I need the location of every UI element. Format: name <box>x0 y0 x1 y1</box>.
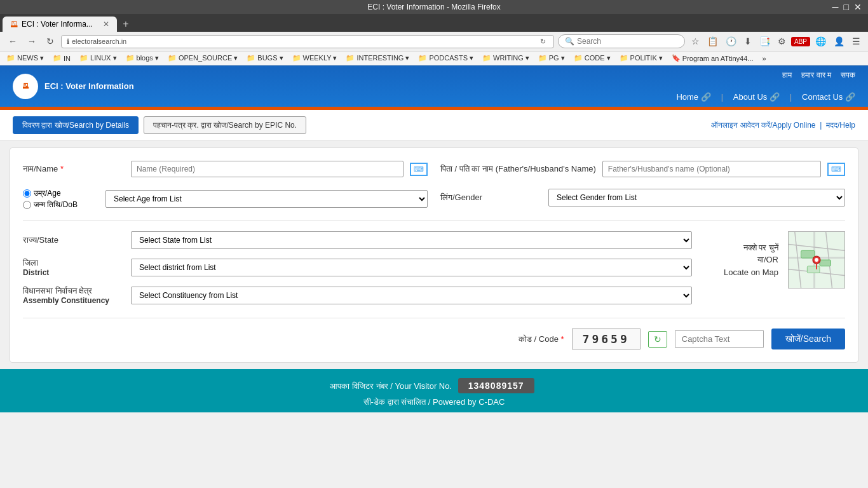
bm-blogs[interactable]: 📁 blogs ▾ <box>122 53 163 64</box>
forward-btn[interactable]: → <box>24 35 39 48</box>
site-logo: 🗳 ECI : Voter Information <box>13 74 134 99</box>
history-btn[interactable]: 🕐 <box>723 35 739 48</box>
download-btn[interactable]: ⬇ <box>742 35 754 48</box>
main-form-area: नाम/Name * ⌨ पिता / पति का नाम (Father's… <box>10 147 858 363</box>
father-input[interactable] <box>602 161 821 177</box>
visitor-row: आपका विजिटर नंबर / Your Visitor No. 1348… <box>0 378 868 393</box>
bm-podcasts[interactable]: 📁 PODCASTS ▾ <box>414 53 477 64</box>
nav-icon-group: ☆ 📋 🕐 ⬇ 📑 ⚙ ABP 🌐 👤 ☰ <box>689 35 863 48</box>
bm-attiny[interactable]: 🔖 Program an ATtiny44... <box>668 53 757 64</box>
search-tabs-left: विवरण द्वारा खोज/Search by Details पहचान… <box>13 116 306 134</box>
age-select[interactable]: Select Age from List <box>105 190 428 208</box>
age-dob-radio-group: उम्र/Age जन्म तिथि/DoB <box>23 189 99 209</box>
nav-bar: ← → ↻ ℹ electoralsearch.in ↻ 🔍 ☆ 📋 🕐 ⬇ 📑… <box>0 32 868 51</box>
father-keyboard-icon[interactable]: ⌨ <box>827 163 845 176</box>
browser-search-input[interactable] <box>577 37 678 46</box>
bm-interesting[interactable]: 📁 INTERESTING ▾ <box>342 53 413 64</box>
adblock-btn[interactable]: ABP <box>791 37 810 46</box>
tab-search-by-epic[interactable]: पहचान-पत्र क्र. द्वारा खोज/Search by EPI… <box>144 116 306 134</box>
search-submit-btn[interactable]: खोजें/Search <box>771 329 845 349</box>
active-tab[interactable]: 🗳 ECI : Voter Informa... ✕ <box>3 17 117 32</box>
bm-code[interactable]: 📁 CODE ▾ <box>570 53 614 64</box>
bm-linux[interactable]: 📁 LINUX ▾ <box>76 53 120 64</box>
gender-label: लिंग/Gender <box>440 193 542 203</box>
site-header: 🗳 ECI : Voter Information हाम हमार वार म… <box>0 65 868 107</box>
window-controls[interactable]: ─ □ ✕ <box>832 2 862 12</box>
sync-btn[interactable]: 📑 <box>757 35 773 48</box>
globe-btn[interactable]: 🌐 <box>813 35 829 48</box>
age-radio[interactable] <box>23 189 31 198</box>
eng-links: Home 🔗 | About Us 🔗 | Contact Us 🔗 <box>676 92 855 102</box>
back-btn[interactable]: ← <box>5 35 20 48</box>
constituency-label: विधानसभा निर्वाचन क्षेत्र Assembly Const… <box>23 286 125 305</box>
captcha-code-display: 79659 <box>572 329 641 349</box>
powered-by-row: सी-डेक द्वारा संचालित / Powered by C-DAC <box>0 397 868 407</box>
gender-select[interactable]: Select Gender from List <box>548 189 845 207</box>
captcha-refresh-btn[interactable]: ↻ <box>648 331 667 348</box>
settings-btn[interactable]: ⚙ <box>775 35 789 48</box>
district-label: जिला District <box>23 258 125 277</box>
bm-weekly[interactable]: 📁 WEEKLY ▾ <box>288 53 341 64</box>
svg-point-11 <box>815 258 818 262</box>
site-footer: आपका विजिटर नंबर / Your Visitor No. 1348… <box>0 369 868 412</box>
browser-search-bar[interactable]: 🔍 <box>558 34 685 48</box>
bm-news[interactable]: 📁 NEWS ▾ <box>3 53 48 64</box>
new-tab-btn[interactable]: + <box>118 17 133 32</box>
url-bar[interactable]: ℹ electoralsearch.in ↻ <box>61 35 554 48</box>
visitor-number: 1348089157 <box>458 378 534 393</box>
menu-btn[interactable]: ☰ <box>850 35 863 48</box>
search-tabs: विवरण द्वारा खोज/Search by Details पहचान… <box>0 110 868 141</box>
reload-btn[interactable]: ↻ <box>43 35 57 48</box>
hindi-links: हाम हमार वार म सपक <box>782 71 855 79</box>
bm-bugs[interactable]: 📁 BUGS ▾ <box>243 53 287 64</box>
about-link[interactable]: About Us 🔗 <box>733 92 780 102</box>
hindi-about-link[interactable]: हमार वार म <box>801 71 831 79</box>
map-thumbnail[interactable] <box>788 231 845 288</box>
state-label: राज्य/State <box>23 235 125 245</box>
maximize-btn[interactable]: □ <box>844 2 849 12</box>
url-refresh-icon: ↻ <box>540 37 546 46</box>
hindi-home-link[interactable]: हाम <box>782 71 792 79</box>
bm-writing[interactable]: 📁 WRITING ▾ <box>478 53 533 64</box>
bm-pg[interactable]: 📁 PG ▾ <box>534 53 569 64</box>
state-field: राज्य/State Select State from List <box>23 231 692 249</box>
tab-close-btn[interactable]: ✕ <box>103 20 109 29</box>
bookmark-star-btn[interactable]: ☆ <box>689 35 702 48</box>
minimize-btn[interactable]: ─ <box>832 2 839 12</box>
tab-favicon: 🗳 <box>10 20 18 29</box>
name-required-star: * <box>60 164 64 173</box>
name-keyboard-icon[interactable]: ⌨ <box>410 163 428 176</box>
hindi-contact-link[interactable]: सपक <box>841 71 855 79</box>
contact-link[interactable]: Contact Us 🔗 <box>802 92 855 102</box>
name-input[interactable] <box>131 161 403 177</box>
age-radio-item: उम्र/Age <box>23 189 99 198</box>
location-row: राज्य/State Select State from List जिला … <box>23 231 845 305</box>
bm-opensource[interactable]: 📁 OPEN_SOURCE ▾ <box>164 53 241 64</box>
home-link[interactable]: Home 🔗 <box>676 92 710 102</box>
svg-rect-7 <box>801 250 815 258</box>
bm-politik[interactable]: 📁 POLITIK ▾ <box>616 53 667 64</box>
state-select[interactable]: Select State from List <box>131 231 692 249</box>
apply-online-link[interactable]: ऑनलाइन आवेदन करें/Apply Online <box>711 121 815 130</box>
gender-group: लिंग/Gender Select Gender from List <box>440 189 845 207</box>
district-select[interactable]: Select district from List <box>131 259 692 276</box>
url-info-icon: ℹ <box>67 37 69 46</box>
name-group: नाम/Name * ⌨ <box>23 161 428 177</box>
bookmarks-bar: 📁 NEWS ▾ 📁 IN 📁 LINUX ▾ 📁 blogs ▾ 📁 OPEN… <box>0 51 868 65</box>
father-label: पिता / पति का नाम (Father's/Husband's Na… <box>440 164 596 174</box>
bm-more[interactable]: » <box>758 53 770 64</box>
svg-rect-9 <box>807 266 820 273</box>
close-btn[interactable]: ✕ <box>854 2 862 12</box>
captcha-row: कोड / Code * 79659 ↻ खोजें/Search <box>23 318 845 349</box>
constituency-select[interactable]: Select Constituency from List <box>131 287 692 304</box>
reader-mode-btn[interactable]: 📋 <box>705 35 721 48</box>
age-radio-label: उम्र/Age <box>34 189 61 198</box>
captcha-text-input[interactable] <box>675 330 764 348</box>
map-text: नक्शे पर चुनें या/OR Locate on Map <box>724 241 778 279</box>
extra-btn[interactable]: 👤 <box>831 35 847 48</box>
dob-radio[interactable] <box>23 201 31 209</box>
help-link[interactable]: मदद/Help <box>826 121 855 130</box>
bm-in[interactable]: 📁 IN <box>49 53 74 64</box>
site-header-top: 🗳 ECI : Voter Information हाम हमार वार म… <box>0 65 868 107</box>
tab-search-by-details[interactable]: विवरण द्वारा खोज/Search by Details <box>13 116 139 134</box>
